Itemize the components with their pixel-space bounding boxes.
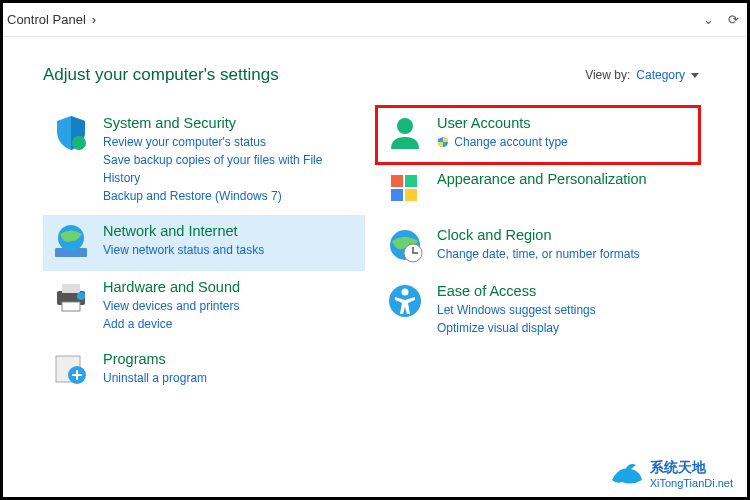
watermark: 系统天地 XiTongTianDi.net [610, 459, 733, 489]
category-link[interactable]: Save backup copies of your files with Fi… [103, 151, 357, 187]
svg-rect-4 [62, 284, 80, 293]
category-link[interactable]: Let Windows suggest settings [437, 301, 596, 319]
watermark-title: 系统天地 [650, 459, 733, 477]
svg-rect-5 [62, 302, 80, 311]
watermark-url: XiTongTianDi.net [650, 477, 733, 489]
category-title[interactable]: Appearance and Personalization [437, 171, 647, 187]
left-column: System and Security Review your computer… [43, 107, 365, 399]
category-link[interactable]: Change date, time, or number formats [437, 245, 640, 263]
page-title: Adjust your computer's settings [43, 65, 279, 85]
chevron-down-icon[interactable] [691, 73, 699, 78]
category-title[interactable]: Programs [103, 351, 207, 367]
category-user-accounts[interactable]: User Accounts Change account type [377, 107, 699, 163]
programs-icon [51, 349, 91, 389]
category-network-internet[interactable]: Network and Internet View network status… [43, 215, 365, 271]
address-bar[interactable]: Control Panel › ⌄ ⟳ [3, 3, 747, 37]
category-link[interactable]: Optimize visual display [437, 319, 596, 337]
right-column: User Accounts Change account type Appear… [377, 107, 699, 399]
category-hardware-sound[interactable]: Hardware and Sound View devices and prin… [43, 271, 365, 343]
category-title[interactable]: Clock and Region [437, 227, 640, 243]
accessibility-icon [385, 281, 425, 321]
shield-icon [51, 113, 91, 153]
dolphin-icon [610, 460, 644, 488]
appearance-icon [385, 169, 425, 209]
svg-rect-10 [391, 175, 403, 187]
category-link[interactable]: View devices and printers [103, 297, 240, 315]
category-title[interactable]: System and Security [103, 115, 357, 131]
svg-rect-12 [391, 189, 403, 201]
view-by-control[interactable]: View by: Category [585, 68, 699, 82]
category-link[interactable]: Review your computer's status [103, 133, 357, 151]
breadcrumb-root[interactable]: Control Panel [7, 12, 86, 27]
view-by-mode[interactable]: Category [636, 68, 685, 82]
category-link[interactable]: Add a device [103, 315, 240, 333]
view-by-label: View by: [585, 68, 630, 82]
chevron-down-icon[interactable]: ⌄ [703, 12, 714, 27]
clock-icon [385, 225, 425, 265]
category-ease-of-access[interactable]: Ease of Access Let Windows suggest setti… [377, 275, 699, 347]
category-clock-region[interactable]: Clock and Region Change date, time, or n… [377, 219, 699, 275]
category-appearance[interactable]: Appearance and Personalization [377, 163, 699, 219]
svg-point-6 [77, 292, 85, 300]
category-link[interactable]: View network status and tasks [103, 241, 264, 259]
category-title[interactable]: Ease of Access [437, 283, 596, 299]
category-link[interactable]: Backup and Restore (Windows 7) [103, 187, 357, 205]
breadcrumb-separator: › [92, 12, 96, 27]
category-link[interactable]: Uninstall a program [103, 369, 207, 387]
category-system-security[interactable]: System and Security Review your computer… [43, 107, 365, 215]
refresh-icon[interactable]: ⟳ [728, 12, 739, 27]
category-link-text: Change account type [454, 135, 567, 149]
category-title[interactable]: Hardware and Sound [103, 279, 240, 295]
category-link[interactable]: Change account type [437, 133, 568, 153]
category-title[interactable]: User Accounts [437, 115, 568, 131]
svg-rect-11 [405, 175, 417, 187]
svg-point-9 [397, 118, 413, 134]
breadcrumb[interactable]: Control Panel › [7, 12, 703, 27]
category-programs[interactable]: Programs Uninstall a program [43, 343, 365, 399]
uac-shield-icon [437, 135, 449, 153]
globe-icon [51, 221, 91, 261]
svg-point-0 [72, 136, 86, 150]
category-title[interactable]: Network and Internet [103, 223, 264, 239]
svg-rect-13 [405, 189, 417, 201]
printer-icon [51, 277, 91, 317]
user-icon [385, 113, 425, 153]
content-area: Adjust your computer's settings View by:… [3, 37, 747, 411]
svg-point-17 [402, 289, 409, 296]
